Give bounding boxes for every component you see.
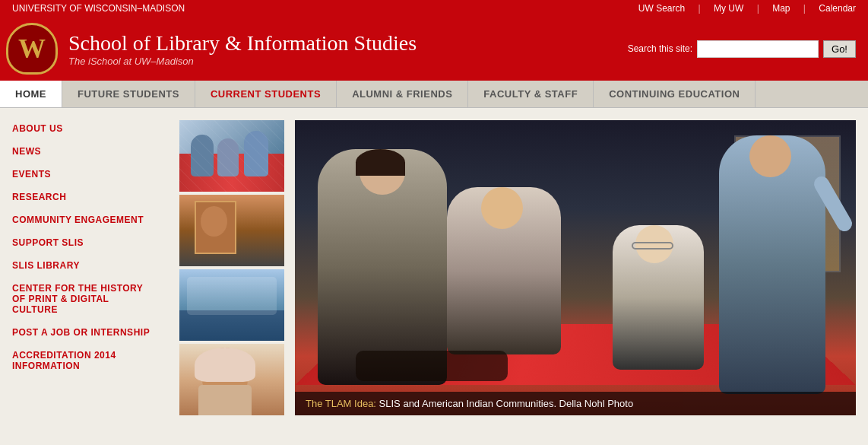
university-name: UNIVERSITY OF WISCONSIN–MADISON <box>12 3 185 14</box>
main-content: The TLAM Idea: SLIS and American Indian … <box>167 108 868 428</box>
go-button[interactable]: Go! <box>823 40 856 58</box>
person-figure-3 <box>447 187 561 354</box>
uw-search-link[interactable]: UW Search <box>638 3 685 14</box>
mat-artifacts <box>356 351 508 381</box>
sidebar-community-engagement[interactable]: COMMUNITY ENGAGEMENT <box>12 215 155 225</box>
thumbnail-3[interactable] <box>179 269 284 341</box>
nav-alumni-friends[interactable]: ALUMNI & FRIENDS <box>337 81 468 107</box>
nav-home[interactable]: HOME <box>0 81 62 107</box>
nav-future-students[interactable]: FUTURE STUDENTS <box>62 81 195 107</box>
person-figure <box>719 135 825 394</box>
caption-label: The TLAM Idea: <box>306 398 376 409</box>
person-figure-4 <box>613 225 704 370</box>
main-feature-image: The TLAM Idea: SLIS and American Indian … <box>295 120 856 415</box>
content-area: ABOUT US NEWS EVENTS RESEARCH COMMUNITY … <box>0 108 868 428</box>
search-input[interactable] <box>697 40 819 58</box>
site-subtitle: The iSchool at UW–Madison <box>68 56 417 67</box>
title-area: School of Library & Information Studies … <box>68 31 417 67</box>
sidebar-news[interactable]: NEWS <box>12 146 155 157</box>
logo-area: School of Library & Information Studies … <box>6 23 417 75</box>
thumbnail-1[interactable] <box>179 120 284 192</box>
nav-faculty-staff[interactable]: FACULTY & STAFF <box>468 81 594 107</box>
sidebar-support-slis[interactable]: SUPPORT SLIS <box>12 237 155 248</box>
top-bar: UNIVERSITY OF WISCONSIN–MADISON UW Searc… <box>0 0 868 17</box>
sidebar: ABOUT US NEWS EVENTS RESEARCH COMMUNITY … <box>0 108 167 428</box>
site-title: School of Library & Information Studies <box>68 31 417 56</box>
nav-bar: HOME FUTURE STUDENTS CURRENT STUDENTS AL… <box>0 81 868 108</box>
my-uw-link[interactable]: My UW <box>714 3 743 14</box>
sidebar-accreditation[interactable]: ACCREDITATION 2014 INFORMATION <box>12 350 155 371</box>
top-links: UW Search | My UW | Map | Calendar <box>628 3 856 14</box>
sidebar-post-job[interactable]: POST A JOB OR INTERNSHIP <box>12 327 155 338</box>
thumbnail-2[interactable] <box>179 195 284 266</box>
site-header: School of Library & Information Studies … <box>0 17 868 81</box>
nav-continuing-education[interactable]: CONTINUING EDUCATION <box>594 81 756 107</box>
sidebar-events[interactable]: EVENTS <box>12 169 155 180</box>
sidebar-slis-library[interactable]: SLIS LIBRARY <box>12 260 155 271</box>
caption-text: SLIS and American Indian Communities. De… <box>379 398 634 409</box>
thumbnail-list <box>179 120 286 415</box>
image-caption-bar: The TLAM Idea: SLIS and American Indian … <box>295 392 856 415</box>
sidebar-about-us[interactable]: ABOUT US <box>12 123 155 134</box>
map-link[interactable]: Map <box>772 3 790 14</box>
sidebar-research[interactable]: RESEARCH <box>12 192 155 202</box>
search-label: Search this site: <box>628 43 692 54</box>
thumbnail-4[interactable] <box>179 344 284 415</box>
calendar-link[interactable]: Calendar <box>819 3 856 14</box>
uw-shield-logo <box>6 23 58 75</box>
nav-current-students[interactable]: CURRENT STUDENTS <box>195 81 337 107</box>
person-figure-2 <box>318 149 447 385</box>
search-area: Search this site: Go! <box>628 40 856 58</box>
sidebar-center-history[interactable]: CENTER FOR THE HISTORY OF PRINT & DIGITA… <box>12 283 155 315</box>
